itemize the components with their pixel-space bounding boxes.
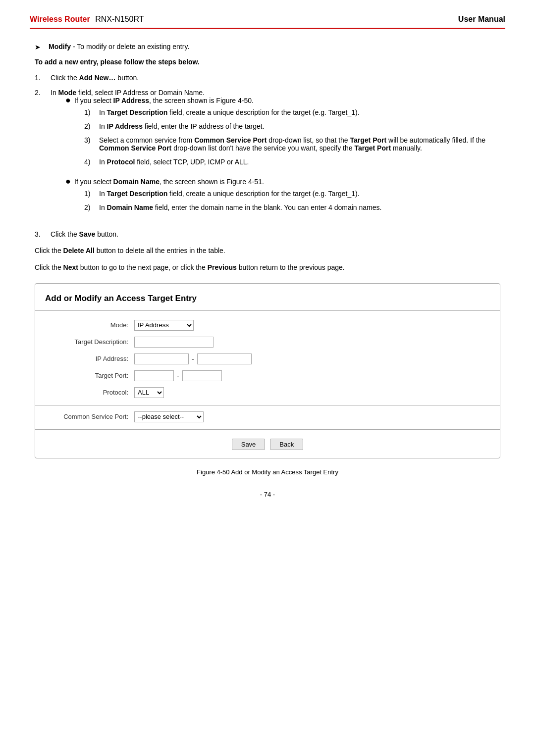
target-desc-input[interactable] — [134, 337, 214, 348]
modify-line: ➤ Modify - To modify or delete an existi… — [35, 43, 500, 51]
next-prev-para: Click the Next button to go to the next … — [35, 262, 500, 273]
domain-sub-2-text: In Domain Name field, enter the domain n… — [99, 203, 500, 211]
domain-sub-list: 1) In Target Description field, create a… — [84, 190, 500, 211]
form-separator-2 — [35, 429, 500, 430]
target-port-input-1[interactable] — [134, 370, 174, 381]
ip-sub-2: 2) In IP Address field, enter the IP add… — [84, 122, 500, 130]
model-name: RNX-N150RT — [95, 15, 144, 23]
ip-address-control: - — [134, 353, 252, 364]
ip-address-row: IP Address: - — [35, 353, 500, 364]
common-service-row: Common Service Port: --please select-- — [35, 411, 500, 422]
arrow-icon: ➤ — [35, 43, 44, 51]
ip-dash: - — [192, 355, 194, 363]
step-2-num: 2. — [35, 89, 51, 97]
ip-sub-2-num: 2) — [84, 122, 99, 130]
main-content: ➤ Modify - To modify or delete an existi… — [30, 43, 505, 498]
form-separator — [35, 405, 500, 405]
step-3: 3. Click the Save button. — [35, 230, 500, 238]
bullet-dot-1: ● — [65, 96, 74, 104]
target-desc-control — [134, 337, 214, 348]
page: Wireless Router RNX-N150RT User Manual ➤… — [0, 0, 535, 756]
ip-address-input-2[interactable] — [197, 353, 252, 364]
common-service-select[interactable]: --please select-- — [134, 411, 204, 422]
ip-address-bullet: ● If you select IP Address, the screen s… — [65, 97, 500, 172]
ip-sub-1: 1) In Target Description field, create a… — [84, 108, 500, 116]
protocol-select[interactable]: ALL TCP UDP ICMP — [134, 387, 164, 398]
step-3-text: Click the Save button. — [51, 230, 500, 238]
main-steps-list: 1. Click the Add New… button. 2. In Mode… — [35, 74, 500, 238]
step-1-text: Click the Add New… button. — [51, 74, 500, 82]
steps-header: To add a new entry, please follow the st… — [35, 58, 500, 66]
domain-sub-1: 1) In Target Description field, create a… — [84, 190, 500, 198]
protocol-label: Protocol: — [45, 389, 134, 396]
ip-sub-4: 4) In Protocol field, select TCP, UDP, I… — [84, 158, 500, 166]
mode-control: IP Address Domain Name — [134, 320, 194, 331]
access-target-form: Add or Modify an Access Target Entry Mod… — [35, 283, 500, 458]
page-header: Wireless Router RNX-N150RT User Manual — [30, 15, 505, 29]
domain-sub-2: 2) In Domain Name field, enter the domai… — [84, 203, 500, 211]
delete-all-para: Click the Delete All button to delete al… — [35, 245, 500, 256]
ip-bullet-content: If you select IP Address, the screen sho… — [74, 97, 500, 172]
ip-sub-4-text: In Protocol field, select TCP, UDP, ICMP… — [99, 158, 500, 166]
domain-bullet-content: If you select Domain Name, the screen sh… — [74, 178, 500, 217]
step-2-text: In Mode field, select IP Address or Doma… — [51, 89, 500, 223]
port-dash: - — [177, 372, 179, 380]
mode-select[interactable]: IP Address Domain Name — [134, 320, 194, 331]
modify-text: Modify - To modify or delete an existing… — [49, 43, 189, 50]
domain-sub-1-text: In Target Description field, create a un… — [99, 190, 500, 198]
header-left: Wireless Router RNX-N150RT — [30, 15, 144, 24]
domain-sub-2-num: 2) — [84, 203, 99, 211]
form-buttons: Save Back — [35, 436, 500, 453]
back-button[interactable]: Back — [270, 439, 303, 450]
target-port-row: Target Port: - — [35, 370, 500, 381]
ip-address-label: IP Address: — [45, 355, 134, 362]
step-1-num: 1. — [35, 74, 51, 82]
domain-sub-1-num: 1) — [84, 190, 99, 198]
bullet-dot-2: ● — [65, 177, 74, 186]
figure-caption: Figure 4-50 Add or Modify an Access Targ… — [35, 468, 500, 476]
target-port-label: Target Port: — [45, 372, 134, 379]
ip-sub-3-num: 3) — [84, 136, 99, 144]
step-2: 2. In Mode field, select IP Address or D… — [35, 89, 500, 223]
mode-bullet-list: ● If you select IP Address, the screen s… — [65, 97, 500, 217]
target-port-input-2[interactable] — [182, 370, 222, 381]
ip-sub-1-num: 1) — [84, 108, 99, 116]
mode-label: Mode: — [45, 321, 134, 329]
ip-sub-list: 1) In Target Description field, create a… — [84, 108, 500, 166]
ip-sub-4-num: 4) — [84, 158, 99, 166]
mode-row: Mode: IP Address Domain Name — [35, 320, 500, 331]
common-service-label: Common Service Port: — [45, 413, 134, 420]
save-button[interactable]: Save — [232, 439, 266, 450]
manual-label: User Manual — [458, 15, 505, 24]
brand-name: Wireless Router — [30, 15, 90, 23]
protocol-row: Protocol: ALL TCP UDP ICMP — [35, 387, 500, 398]
modify-label: Modify — [49, 43, 71, 50]
protocol-control: ALL TCP UDP ICMP — [134, 387, 164, 398]
ip-sub-3: 3) Select a common service from Common S… — [84, 136, 500, 152]
target-desc-label: Target Description: — [45, 338, 134, 346]
ip-sub-1-text: In Target Description field, create a un… — [99, 108, 500, 116]
ip-sub-3-text: Select a common service from Common Serv… — [99, 136, 500, 152]
target-desc-row: Target Description: — [35, 337, 500, 348]
step-3-num: 3. — [35, 230, 51, 238]
form-title: Add or Modify an Access Target Entry — [35, 294, 500, 311]
domain-name-bullet: ● If you select Domain Name, the screen … — [65, 178, 500, 217]
step-1: 1. Click the Add New… button. — [35, 74, 500, 82]
common-service-control: --please select-- — [134, 411, 204, 422]
target-port-control: - — [134, 370, 222, 381]
ip-sub-2-text: In IP Address field, enter the IP addres… — [99, 122, 500, 130]
page-number: - 74 - — [35, 491, 500, 498]
ip-address-input-1[interactable] — [134, 353, 189, 364]
